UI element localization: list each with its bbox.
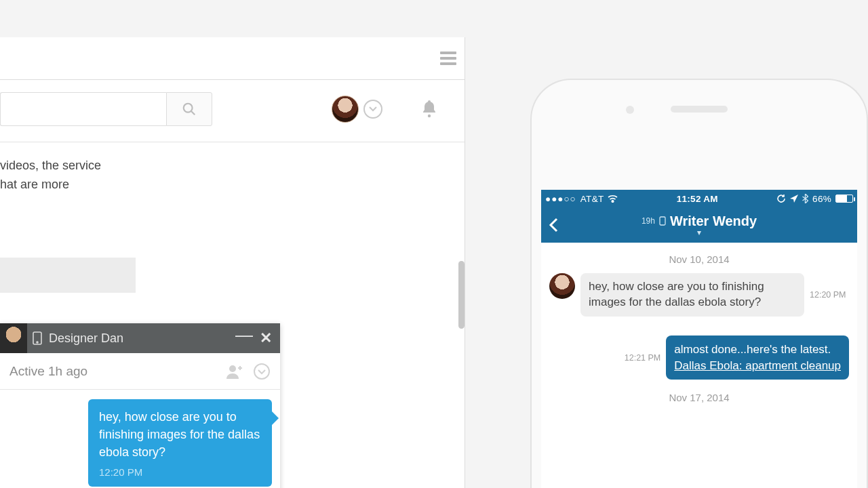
outgoing-message-bubble: hey, how close are you to finishing imag… [88,399,272,487]
app-toolbar [0,80,465,142]
search-button[interactable] [166,92,212,126]
contact-name: Writer Wendy [670,214,757,229]
conversation-nav-bar: 19h Writer Wendy ▾ [541,207,857,243]
signal-strength-icon: ●●●○○ [545,194,576,204]
svg-point-2 [428,115,431,117]
sender-avatar [549,273,575,299]
scrollbar-thumb[interactable] [458,261,465,329]
incoming-message-bubble: hey, how close are you to finishing imag… [580,273,804,317]
svg-point-4 [37,342,38,343]
wifi-icon [608,195,618,203]
svg-point-5 [229,365,236,372]
desktop-browser-window: videos, the service hat are more Designe… [0,37,465,488]
article-body-fragment: videos, the service hat are more [0,157,101,195]
message-timestamp: 12:20 PM [99,465,261,480]
browser-chrome-bar [0,37,465,80]
content-placeholder [0,258,136,293]
date-separator: Nov 17, 2014 [549,392,849,403]
date-separator: Nov 10, 2014 [549,253,849,265]
back-button[interactable] [548,217,559,233]
outgoing-message-row: 12:21 PM almost done...here's the latest… [549,336,849,380]
svg-point-7 [612,201,614,203]
battery-icon [835,195,853,203]
chevron-down-icon: ▾ [697,228,701,237]
body-line: hat are more [0,176,101,195]
search-group [0,92,212,126]
message-link[interactable]: Dallas Ebola: apartment cleanup [674,358,841,374]
svg-rect-8 [660,217,665,225]
mobile-presence-icon [659,216,666,226]
outgoing-message-bubble: almost done...here's the latest. Dallas … [666,336,849,380]
svg-point-6 [254,364,269,379]
svg-point-0 [184,104,193,113]
incoming-message-row: hey, how close are you to finishing imag… [549,273,849,317]
chat-subheader: Active 1h ago [0,353,280,390]
refresh-icon [776,194,786,203]
phone-camera-dot [626,106,634,114]
minimize-button[interactable]: — [235,325,253,346]
notifications-button[interactable] [421,99,437,118]
chat-popup: Designer Dan — ✕ Active 1h ago hey, how … [0,323,280,488]
chat-header[interactable]: Designer Dan — ✕ [0,323,280,353]
status-time: 11:52 AM [618,194,776,204]
phone-screen: ●●●○○ AT&T 11:52 AM 66% [541,190,857,488]
message-text: hey, how close are you to finishing imag… [589,280,764,308]
chat-presence-status: Active 1h ago [9,364,87,379]
user-menu-dropdown[interactable] [363,100,382,119]
location-icon [790,195,798,203]
conversation-scroll[interactable]: Nov 10, 2014 hey, how close are you to f… [541,243,857,403]
hamburger-menu-icon[interactable] [440,52,456,65]
current-user-avatar[interactable] [332,96,359,123]
bluetooth-icon [802,194,808,203]
status-bar: ●●●○○ AT&T 11:52 AM 66% [541,190,857,207]
battery-percent: 66% [812,194,831,204]
search-icon [182,102,197,117]
chat-options-dropdown[interactable] [253,363,271,380]
add-person-icon[interactable] [226,364,243,379]
bell-icon [421,99,437,118]
body-line: videos, the service [0,157,101,176]
message-text: almost done...here's the latest. [674,342,841,358]
presence-age: 19h [642,216,655,226]
chevron-down-icon [369,106,377,112]
carrier-label: AT&T [580,194,604,204]
close-button[interactable]: ✕ [260,329,272,347]
phone-device-frame: ●●●○○ AT&T 11:52 AM 66% [530,79,868,488]
chat-contact-name: Designer Dan [49,331,123,346]
message-timestamp: 12:21 PM [625,353,661,363]
search-input[interactable] [0,92,166,126]
conversation-title[interactable]: 19h Writer Wendy [642,214,757,229]
message-timestamp: 12:20 PM [810,290,846,300]
message-text: hey, how close are you to finishing imag… [99,408,261,461]
chat-contact-avatar [0,323,27,353]
mobile-presence-icon [33,331,42,345]
svg-line-1 [191,111,195,115]
